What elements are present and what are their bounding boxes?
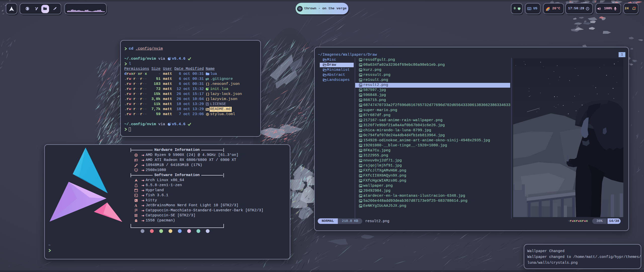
svg-text:A: A bbox=[135, 204, 137, 208]
svg-text:{}: {} bbox=[206, 82, 209, 86]
svg-text:git: git bbox=[206, 77, 209, 80]
svg-text:{}: {} bbox=[206, 92, 209, 96]
svg-text:{}: {} bbox=[206, 97, 209, 101]
